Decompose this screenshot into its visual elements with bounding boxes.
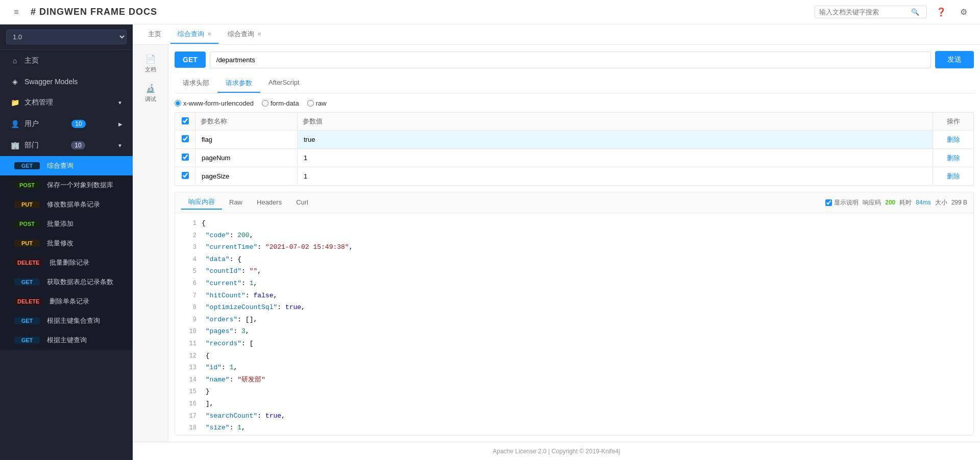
url-input[interactable] xyxy=(210,52,931,68)
response-line: 7 "hitCount": false, xyxy=(181,290,967,302)
param-name-0[interactable] xyxy=(200,134,293,145)
doc-content: 📄 文档 🔬 调试 GET 发送 请 xyxy=(133,45,980,442)
response-line: 12 { xyxy=(181,350,967,362)
folder-icon: 📁 xyxy=(10,98,19,107)
users-arrow-icon: ▶ xyxy=(118,121,122,127)
sidebar-item-users-label: 用户 xyxy=(24,119,39,129)
radio-formdata[interactable]: form-data xyxy=(262,99,299,107)
tab-query2-label: 综合查询 xyxy=(228,30,254,39)
col-operation: 操作 xyxy=(933,113,974,131)
show-desc-label[interactable]: 显示说明 xyxy=(825,198,859,207)
delete-btn-2[interactable]: 删除 xyxy=(947,172,960,180)
radio-raw-input[interactable] xyxy=(307,100,314,107)
sub-item-batch-edit-put[interactable]: PUT 批量修改 xyxy=(0,234,133,253)
req-tab-afterscript[interactable]: AfterScript xyxy=(260,74,308,93)
table-row: 删除 xyxy=(175,167,974,186)
tab-query1-close-icon[interactable]: ✕ xyxy=(207,31,211,37)
sidebar-item-depts-label: 部门 xyxy=(24,141,39,150)
param-value-0[interactable] xyxy=(302,134,928,145)
depts-arrow-icon: ▼ xyxy=(117,143,122,148)
sub-item-edit-put[interactable]: PUT 修改数据单条记录 xyxy=(0,195,133,214)
url-bar: GET 发送 xyxy=(175,51,974,68)
footer-text: Apache License 2.0 | Copyright © 2019-Kn… xyxy=(493,448,620,455)
response-line: 1{ xyxy=(181,217,967,229)
tab-main[interactable]: 主页 xyxy=(141,25,168,44)
user-icon: 👤 xyxy=(10,120,19,128)
version-select[interactable]: 1.0 xyxy=(6,30,127,44)
version-select-container: 1.0 xyxy=(0,24,133,50)
table-row: 删除 xyxy=(175,131,974,149)
sub-item-query-get[interactable]: GET 综合查询 xyxy=(0,156,133,175)
topbar-left: ≡ # DINGWEN FRAME DOCS xyxy=(8,4,157,20)
docs-arrow-icon: ▼ xyxy=(117,100,122,106)
param-check-2[interactable] xyxy=(182,172,189,179)
tab-query2[interactable]: 综合查询 ✕ xyxy=(220,25,268,44)
radio-urlencoded-input[interactable] xyxy=(175,100,181,107)
help-icon[interactable]: ❓ xyxy=(933,4,949,20)
method-get-badge-1: GET xyxy=(14,278,40,286)
depts-badge: 10 xyxy=(71,141,85,149)
method-put-badge-1: PUT xyxy=(14,240,40,247)
method-post-badge-0: POST xyxy=(14,182,40,189)
sub-item-label-5: 批量删除记录 xyxy=(50,258,89,267)
doc-side-doc[interactable]: 📄 文档 xyxy=(133,50,168,78)
menu-icon[interactable]: ≡ xyxy=(8,4,24,20)
param-name-1[interactable] xyxy=(200,152,293,164)
sub-item-label-1: 保存一个对象到数据库 xyxy=(47,181,113,190)
search-icon[interactable]: 🔍 xyxy=(911,8,919,16)
col-param-value: 参数值 xyxy=(298,113,933,131)
sidebar-item-docs-label: 文档管理 xyxy=(24,98,53,107)
radio-raw[interactable]: raw xyxy=(307,99,327,107)
resp-tab-curl[interactable]: Curl xyxy=(289,196,315,209)
sidebar-item-users[interactable]: 👤 用户 10 ▶ xyxy=(0,113,133,135)
resp-tab-raw[interactable]: Raw xyxy=(222,196,250,209)
search-input[interactable] xyxy=(819,8,911,16)
response-meta: 显示说明 响应码 200 耗时 84ms 大小 299 B xyxy=(825,198,967,207)
delete-btn-1[interactable]: 删除 xyxy=(947,154,960,162)
sub-item-batch-add-post[interactable]: POST 批量添加 xyxy=(0,214,133,234)
response-tabs-bar: 响应内容 Raw Headers Curl xyxy=(175,192,973,213)
sub-item-save-post[interactable]: POST 保存一个对象到数据库 xyxy=(0,175,133,195)
size-label: 大小 xyxy=(935,198,947,207)
resp-tab-content[interactable]: 响应内容 xyxy=(181,195,222,210)
params-table: 参数名称 参数值 操作 xyxy=(175,112,974,186)
tab-query2-close-icon[interactable]: ✕ xyxy=(257,31,261,37)
sub-item-single-query-get[interactable]: GET 根据主键查询 xyxy=(0,330,133,350)
tab-query1[interactable]: 综合查询 ✕ xyxy=(170,25,218,44)
sub-item-del-single-delete[interactable]: DELETE 删除单条记录 xyxy=(0,292,133,311)
doc-side-test[interactable]: 🔬 调试 xyxy=(133,80,168,107)
sidebar-item-depts[interactable]: 🏢 部门 10 ▼ xyxy=(0,135,133,156)
sidebar-item-swagger[interactable]: ◈ Swagger Models xyxy=(0,71,133,92)
sidebar-item-home[interactable]: ⌂ 主页 xyxy=(0,50,133,71)
req-tab-params[interactable]: 请求参数 xyxy=(217,74,260,93)
tab-main-label: 主页 xyxy=(148,30,161,39)
radio-urlencoded[interactable]: x-www-form-urlencoded xyxy=(175,99,254,107)
delete-btn-0[interactable]: 删除 xyxy=(947,136,960,143)
settings-icon[interactable]: ⚙ xyxy=(955,4,972,20)
response-line: 19 "total": 3 xyxy=(181,434,967,435)
response-line: 11 "records": [ xyxy=(181,338,967,350)
sidebar-item-swagger-label: Swagger Models xyxy=(24,78,78,86)
param-check-0[interactable] xyxy=(182,135,189,142)
sub-item-count-get[interactable]: GET 获取数据表总记录条数 xyxy=(0,272,133,292)
sub-item-batch-del-delete[interactable]: DELETE 批量删除记录 xyxy=(0,253,133,272)
resp-tab-headers[interactable]: Headers xyxy=(250,196,289,209)
send-button[interactable]: 发送 xyxy=(935,51,974,68)
radio-formdata-input[interactable] xyxy=(262,100,268,107)
sub-item-batch-query-get[interactable]: GET 根据主键集合查询 xyxy=(0,311,133,330)
param-value-2[interactable] xyxy=(302,170,928,182)
sub-item-label-8: 根据主键集合查询 xyxy=(47,316,100,325)
param-name-2[interactable] xyxy=(200,170,293,182)
method-button[interactable]: GET xyxy=(175,52,206,68)
sub-item-label-6: 获取数据表总记录条数 xyxy=(47,277,113,287)
sidebar-item-docs[interactable]: 📁 文档管理 ▼ xyxy=(0,92,133,113)
response-line: 6 "current": 1, xyxy=(181,277,967,290)
param-check-1[interactable] xyxy=(182,154,189,161)
topbar: ≡ # DINGWEN FRAME DOCS 🔍 ❓ ⚙ xyxy=(0,0,980,24)
check-all[interactable] xyxy=(182,117,189,124)
show-desc-check[interactable] xyxy=(825,199,832,206)
request-tabs: 请求头部 请求参数 AfterScript xyxy=(175,74,974,93)
param-value-1[interactable] xyxy=(302,152,928,164)
col-check xyxy=(175,113,195,131)
req-tab-headers[interactable]: 请求头部 xyxy=(175,74,217,93)
